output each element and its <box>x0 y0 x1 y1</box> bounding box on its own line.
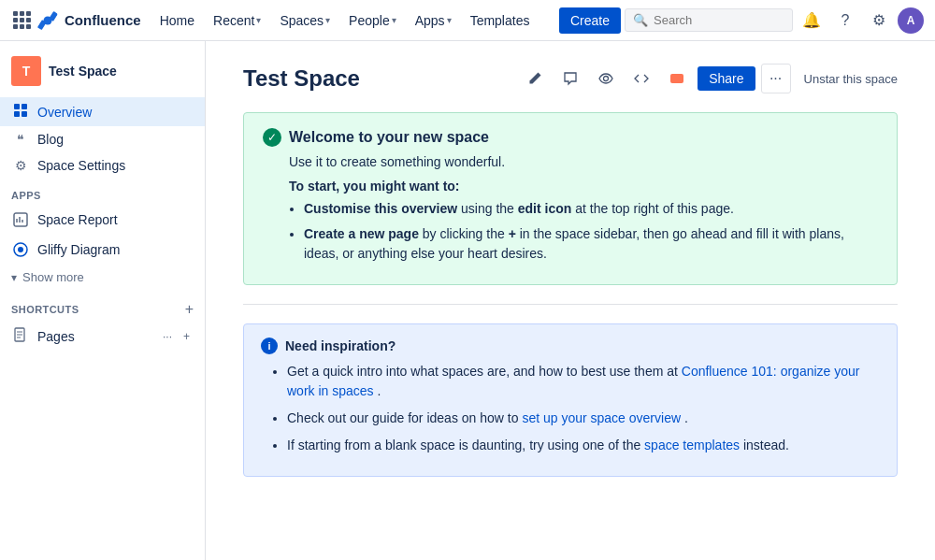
welcome-start-text: To start, you might want to: <box>289 179 878 194</box>
nav-spaces[interactable]: Spaces ▾ <box>272 9 338 32</box>
sidebar-item-space-report[interactable]: Space Report <box>0 205 205 235</box>
pages-icon <box>11 327 30 345</box>
nav-recent[interactable]: Recent ▾ <box>206 9 268 32</box>
welcome-box: ✓ Welcome to your new space Use it to cr… <box>243 112 898 285</box>
more-options-button[interactable]: ··· <box>761 64 791 93</box>
welcome-title: Welcome to your new space <box>289 129 489 146</box>
main-content: Test Space Share ··· Uns <box>206 41 935 560</box>
svg-rect-4 <box>22 111 27 117</box>
text: using the <box>461 201 518 216</box>
overview-icon <box>11 103 30 121</box>
settings-icon: ⚙ <box>11 158 30 173</box>
list-item: Create a new page by clicking the + in t… <box>304 224 878 264</box>
text: If starting from a blank space is daunti… <box>287 438 644 452</box>
svg-point-0 <box>44 16 52 24</box>
svg-rect-16 <box>670 74 683 83</box>
sidebar-item-gliffy[interactable]: Gliffy Diagram <box>0 235 205 265</box>
bold-text: edit icon <box>518 201 572 216</box>
bold-text: + <box>509 226 516 241</box>
space-overview-link[interactable]: set up your space overview <box>522 410 681 425</box>
text: Get a quick intro into what spaces are, … <box>287 364 682 379</box>
comment-button[interactable] <box>555 64 585 93</box>
list-item: Get a quick intro into what spaces are, … <box>287 362 880 401</box>
search-icon: 🔍 <box>633 13 648 27</box>
chevron-down-icon: ▾ <box>325 15 330 25</box>
svg-rect-3 <box>14 111 20 117</box>
pages-actions: ··· + <box>159 328 194 345</box>
sidebar: T Test Space Overview ❝ Blog + ⚙ Space S… <box>0 41 206 560</box>
list-item: Check out our guide for ideas on how to … <box>287 409 880 428</box>
watch-button[interactable] <box>591 64 621 93</box>
blog-icon: ❝ <box>11 132 30 147</box>
app-switcher-icon[interactable] <box>11 9 33 31</box>
code-button[interactable] <box>626 64 656 93</box>
inspiration-header: i Need inspiration? <box>261 337 880 354</box>
more-action-icon[interactable] <box>662 64 692 93</box>
chevron-down-icon: ▾ <box>447 15 452 25</box>
notifications-button[interactable]: 🔔 <box>797 6 827 36</box>
welcome-header: ✓ Welcome to your new space <box>263 128 878 147</box>
text: . <box>684 410 688 425</box>
space-templates-link[interactable]: space templates <box>644 438 740 452</box>
text: . <box>377 383 381 398</box>
search-input[interactable] <box>654 13 784 27</box>
space-name: Test Space <box>49 64 117 79</box>
page-title: Test Space <box>243 65 360 92</box>
unstar-button[interactable]: Unstar this space <box>804 72 898 86</box>
search-bar[interactable]: 🔍 <box>625 8 793 32</box>
pages-label: Pages <box>37 329 75 344</box>
list-item: Customise this overview using the edit i… <box>304 199 878 219</box>
share-button[interactable]: Share <box>698 66 755 91</box>
space-report-label: Space Report <box>37 212 118 227</box>
app-layout: T Test Space Overview ❝ Blog + ⚙ Space S… <box>0 41 935 560</box>
user-avatar[interactable]: A <box>898 7 924 34</box>
page-actions: Share ··· Unstar this space <box>520 64 898 93</box>
nav-apps[interactable]: Apps ▾ <box>408 9 459 32</box>
pages-more-button[interactable]: ··· <box>159 328 176 345</box>
sidebar-item-overview[interactable]: Overview <box>0 97 205 126</box>
settings-button[interactable]: ⚙ <box>864 6 894 36</box>
confluence-logo-text: Confluence <box>65 12 141 28</box>
gliffy-label: Gliffy Diagram <box>37 242 120 257</box>
shortcuts-section: SHORTCUTS + <box>0 290 205 322</box>
inspiration-box: i Need inspiration? Get a quick intro in… <box>243 323 898 477</box>
sidebar-item-blog[interactable]: ❝ Blog + <box>0 126 205 152</box>
edit-button[interactable] <box>520 64 550 93</box>
divider <box>243 304 898 305</box>
welcome-subtitle: Use it to create something wonderful. <box>289 154 878 169</box>
space-header: T Test Space <box>0 49 205 97</box>
text: at the top right of this page. <box>575 201 734 216</box>
sidebar-item-label: Overview <box>37 105 92 120</box>
add-shortcut-button[interactable]: + <box>185 301 194 318</box>
welcome-list: Customise this overview using the edit i… <box>304 199 878 264</box>
gliffy-icon <box>11 240 30 259</box>
sidebar-item-label: Blog <box>37 132 64 147</box>
page-header: Test Space Share ··· Uns <box>243 64 898 93</box>
space-report-icon <box>11 210 30 229</box>
bold-text: Create a new page <box>304 226 419 241</box>
inspiration-title: Need inspiration? <box>285 338 396 353</box>
info-icon: i <box>261 337 278 354</box>
sidebar-item-label: Space Settings <box>37 158 125 173</box>
confluence-logo[interactable]: Confluence <box>36 9 141 32</box>
help-button[interactable]: ? <box>830 6 860 36</box>
show-more-button[interactable]: ▾ Show more <box>0 265 205 290</box>
inspiration-list: Get a quick intro into what spaces are, … <box>287 362 880 455</box>
bold-text: Customise this overview <box>304 201 457 216</box>
apps-section-label: APPS <box>0 179 205 205</box>
sidebar-item-pages[interactable]: Pages ··· + <box>0 322 205 351</box>
svg-rect-5 <box>14 213 27 226</box>
text: Check out our guide for ideas on how to <box>287 410 522 425</box>
nav-home[interactable]: Home <box>152 9 202 32</box>
list-item: If starting from a blank space is daunti… <box>287 436 880 455</box>
svg-point-15 <box>604 77 609 81</box>
create-button[interactable]: Create <box>559 7 621 34</box>
sidebar-item-space-settings[interactable]: ⚙ Space Settings <box>0 152 205 179</box>
nav-templates[interactable]: Templates <box>463 9 538 32</box>
chevron-down-icon: ▾ <box>256 15 261 25</box>
check-icon: ✓ <box>263 128 281 147</box>
top-navigation: Confluence Home Recent ▾ Spaces ▾ People… <box>0 0 935 41</box>
chevron-down-icon: ▾ <box>392 15 396 25</box>
nav-people[interactable]: People ▾ <box>341 9 404 32</box>
add-page-button[interactable]: + <box>180 328 194 345</box>
